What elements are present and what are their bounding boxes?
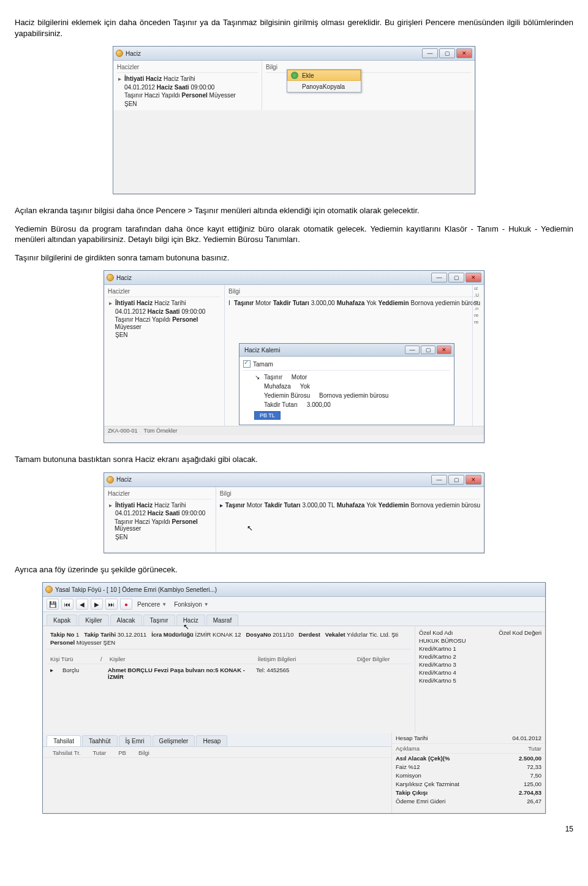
hesap-panel: Hesap Tarihi04.01.2012 AçıklamaTutar Ası… xyxy=(391,733,545,813)
haciz-window: Haciz — ▢ ✕ Hacizler ▸İhtiyati Haciz Hac… xyxy=(104,472,484,553)
maximize-button[interactable]: ▢ xyxy=(448,475,464,485)
app-icon xyxy=(107,476,114,483)
tree-row[interactable]: ▸ İhtiyati Haciz Haciz Tarihi xyxy=(108,299,221,308)
tree-row: Taşınır Haczi Yapıldı Personel Müyesser xyxy=(117,91,258,100)
tab-haciz[interactable]: Haciz ↖ xyxy=(176,615,205,626)
pb-chip[interactable]: PB TL xyxy=(254,411,450,420)
dialog-titlebar: Haciz Kalemi — ▢ ✕ xyxy=(239,344,454,357)
paragraph: Yediemin Bürosu da program tarafından da… xyxy=(15,224,573,245)
bilgi-row[interactable]: ▸ TaşınırMotor Takdir Tutarı3.000,00 TL … xyxy=(220,501,480,509)
tamam-row[interactable]: Tamam xyxy=(243,359,450,371)
tab-gelismeler[interactable]: Gelişmeler xyxy=(153,735,195,746)
tab-masraf[interactable]: Masraf xyxy=(206,615,239,626)
context-menu: Ekle PanoyaKopyala xyxy=(287,69,361,93)
side-column: Özel Kod AdıÖzel Kod Değeri HUKUK BÜROSU… xyxy=(415,626,545,733)
tab-taahhut[interactable]: Taahhüt xyxy=(82,735,118,746)
minimize-button[interactable]: — xyxy=(431,475,447,485)
menu-add[interactable]: Ekle xyxy=(287,70,361,81)
foy-window: Yasal Takip Föyü - [ 10 ] Ödeme Emri (Ka… xyxy=(42,582,546,814)
hesap-row: Asıl Alacak (Çek)(%2.500,00 xyxy=(392,754,545,762)
expand-icon[interactable]: ▸ xyxy=(108,300,113,307)
pencere-menu[interactable]: Pencere▼ xyxy=(135,601,169,608)
nav-next-button[interactable]: ▶ xyxy=(91,599,103,610)
haciz-window: Haciz — ▢ ✕ Hacizler ▸ İhtiyati Haciz Ha… xyxy=(104,270,484,443)
tab-strip: Kapak Kişiler Alacak Taşınır Haciz ↖ Mas… xyxy=(43,612,545,626)
chevron-down-icon: ▼ xyxy=(204,602,209,607)
side-truncated: ız.Ure.rırere xyxy=(472,285,484,426)
tab-hesap[interactable]: Hesap xyxy=(196,735,227,746)
menu-label: Ekle xyxy=(302,72,314,79)
hacizler-panel: Hacizler ▸ İhtiyati Haciz Haciz Tarihi 0… xyxy=(113,61,262,110)
cursor-icon: ↖ xyxy=(247,524,253,532)
titlebar: Haciz — ▢ ✕ xyxy=(104,473,484,487)
window-title: Haciz xyxy=(116,275,132,281)
hesap-row: Faiz %1272,33 xyxy=(392,762,545,771)
close-button[interactable]: ✕ xyxy=(456,48,472,58)
info-bar: Takip No 1 Takip Tarihi 30.12.2011 İcra … xyxy=(47,629,411,649)
bilgi-panel: Bilgi Ekle PanoyaKopyala xyxy=(262,61,475,110)
hesap-row: Takip Çıkışı2.704,83 xyxy=(392,788,545,797)
maximize-button[interactable]: ▢ xyxy=(439,48,455,58)
hesap-row: Ödeme Emri Gideri26,47 xyxy=(392,797,545,805)
checkbox-icon[interactable] xyxy=(243,360,251,368)
fonksiyon-menu[interactable]: Fonksiyon▼ xyxy=(172,601,211,608)
bilgi-panel: Bilgi ▸ TaşınırMotor Takdir Tutarı3.000,… xyxy=(216,487,484,551)
window-title: Yasal Takip Föyü - [ 10 ] Ödeme Emri (Ka… xyxy=(55,586,217,593)
tab-isemri[interactable]: İş Emri xyxy=(119,735,151,746)
nav-last-button[interactable]: ⏭ xyxy=(105,599,118,610)
close-button[interactable]: ✕ xyxy=(466,273,481,282)
chevron-down-icon: ▼ xyxy=(162,602,167,607)
delete-button[interactable]: ● xyxy=(120,599,132,610)
tab-kisiler[interactable]: Kişiler xyxy=(78,615,108,626)
grid-header: Tahsilat Tr. Tutar PB Bilgi xyxy=(43,747,391,758)
field-row[interactable]: Yediemin Bürosu Bornova yediemin bürosu xyxy=(243,391,450,400)
app-icon xyxy=(107,274,114,281)
lower-tabstrip: Tahsilat Taahhüt İş Emri Gelişmeler Hesa… xyxy=(43,733,391,747)
paragraph: Ayrıca ana föy üzerinde şu şekilde görün… xyxy=(15,564,573,575)
minimize-button[interactable]: — xyxy=(431,273,447,282)
plus-icon xyxy=(291,72,298,79)
tab-alacak[interactable]: Alacak xyxy=(110,615,142,626)
haciz-kalemi-dialog: Haciz Kalemi — ▢ ✕ Tamam ↘Taşınır Motor … xyxy=(239,343,454,425)
clipboard-icon xyxy=(291,83,298,90)
window-title: Haciz xyxy=(116,476,132,483)
status-bar: ZKA-000-01Tüm Örnekler xyxy=(104,426,484,435)
column-header: Hacizler xyxy=(108,287,221,297)
grid-header: Kişi Türü / Kişiler İletişim Bilgileri D… xyxy=(47,656,411,664)
window-title: Haciz xyxy=(126,50,141,57)
paragraph: Tamam butonuna bastıktan sonra Haciz ekr… xyxy=(15,454,573,465)
minimize-button[interactable]: — xyxy=(405,346,420,354)
nav-first-button[interactable]: ⏮ xyxy=(61,599,74,610)
field-row[interactable]: Takdir Tutarı 3.000,00 xyxy=(243,400,450,409)
close-button[interactable]: ✕ xyxy=(437,346,451,354)
hacizler-panel: Hacizler ▸İhtiyati Haciz Haciz Tarihi 04… xyxy=(104,487,216,551)
tree-row[interactable]: ▸ İhtiyati Haciz Haciz Tarihi xyxy=(117,75,258,83)
hesap-row: Karşılıksız Çek Tazminat125,00 xyxy=(392,779,545,788)
arrow-icon: ↘ xyxy=(254,374,260,381)
minimize-button[interactable]: — xyxy=(422,48,438,58)
tab-kapak[interactable]: Kapak xyxy=(47,615,77,626)
tamam-label: Tamam xyxy=(253,361,273,368)
paragraph: Açılan ekranda taşınır bilgisi daha önce… xyxy=(15,205,573,216)
column-header: Bilgi xyxy=(228,287,480,297)
maximize-button[interactable]: ▢ xyxy=(421,346,435,354)
hesap-row: Komisyon7,50 xyxy=(392,771,545,779)
tab-tahsilat[interactable]: Tahsilat xyxy=(47,735,81,746)
nav-prev-button[interactable]: ◀ xyxy=(76,599,88,610)
grid-row[interactable]: ▸ Borçlu Ahmet BORÇLU Fevzi Paşa bulvarı… xyxy=(47,665,411,681)
tree-row[interactable]: ▸İhtiyati Haciz Haciz Tarihi xyxy=(108,501,212,510)
maximize-button[interactable]: ▢ xyxy=(448,273,464,282)
titlebar: Haciz — ▢ ✕ xyxy=(113,47,475,61)
bilgi-row[interactable]: I TaşınırMotor Takdir Tutarı3.000,00 Muh… xyxy=(228,299,480,307)
menu-copy[interactable]: PanoyaKopyala xyxy=(287,81,361,92)
field-row[interactable]: ↘Taşınır Motor xyxy=(243,373,450,382)
toolbar: 💾 ⏮ ◀ ▶ ⏭ ● Pencere▼ Fonksiyon▼ xyxy=(43,597,545,612)
field-row[interactable]: Muhafaza Yok xyxy=(243,382,450,391)
menu-label: PanoyaKopyala xyxy=(302,83,345,90)
close-button[interactable]: ✕ xyxy=(466,475,481,485)
tab-tasinir[interactable]: Taşınır xyxy=(143,615,175,626)
expand-icon[interactable]: ▸ xyxy=(117,75,122,83)
save-button[interactable]: 💾 xyxy=(47,599,59,610)
paragraph: Taşınır bilgilerini de girdikten sonra t… xyxy=(15,252,573,263)
app-icon xyxy=(45,586,53,593)
